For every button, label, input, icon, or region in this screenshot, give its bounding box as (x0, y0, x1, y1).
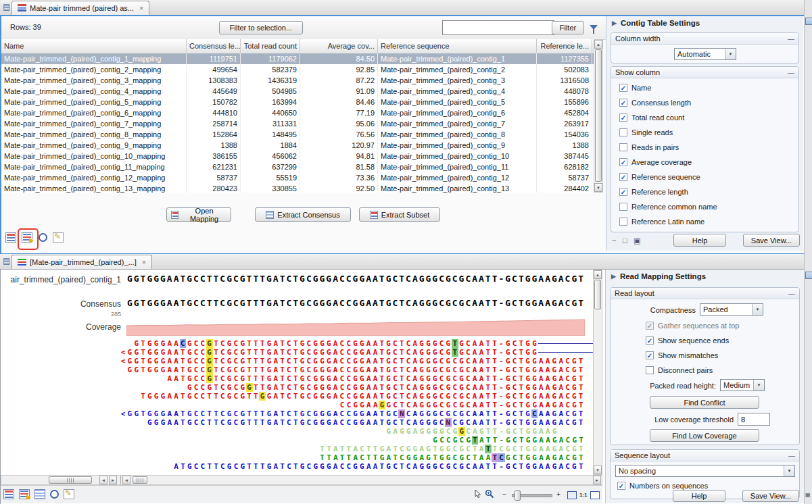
table-row[interactable]: Mate-pair_trimmed_(paired)_contig_12_map… (1, 172, 594, 183)
checkbox-option[interactable]: ✓Consensus length (619, 95, 796, 110)
scroll-up-button[interactable]: ▲ (594, 270, 602, 279)
mapping-vertical-scrollbar[interactable]: ▲ ▼ (593, 270, 602, 475)
table-row[interactable]: Mate-pair_trimmed_(paired)_contig_8_mapp… (1, 129, 594, 140)
read[interactable]: <GGTGGGAATGCCTTCGCGTTTGATCTGCGGGACCGGAAT… (120, 409, 584, 418)
filter-input[interactable] (442, 20, 554, 35)
sequence-scroll-thumb[interactable] (133, 476, 147, 484)
scroll-thumb[interactable] (594, 280, 601, 309)
checkbox-option[interactable]: Reads in pairs (619, 140, 796, 155)
section-arrow-icon[interactable]: ▶ (611, 273, 616, 280)
scroll-down-button[interactable]: ▼ (594, 465, 602, 474)
column-header[interactable]: Reference le... (537, 39, 592, 53)
table-view-icon[interactable] (5, 232, 16, 243)
mapping-horizontal-scrollbar[interactable]: ◄ ► ◄ ► (1, 475, 602, 485)
read[interactable]: TTATTACTTGATCGGAGTGGCGCTAATCGCTGGAAGACGT (319, 453, 585, 462)
scroll-down-button[interactable]: ▼ (594, 183, 602, 192)
save-view-button[interactable]: Save View... (742, 490, 799, 502)
find-conflict-button[interactable]: Find Conflict (650, 396, 759, 409)
compactness-select[interactable]: Packed ▼ (700, 303, 763, 316)
save-view-button[interactable]: Save View... (743, 234, 800, 247)
column-width-select[interactable]: Automatic ▼ (674, 48, 736, 60)
checkbox[interactable] (619, 218, 627, 226)
checkbox[interactable]: ✓ (646, 351, 654, 359)
read[interactable]: TTATTACTTGATCGGAGTGGCGCTATTCGCTGGAAGACGT (319, 445, 585, 453)
close-icon[interactable]: × (139, 4, 143, 12)
help-button[interactable]: Help (673, 490, 725, 502)
read[interactable]: AATGCCGTCGCGTTTGATCTGCGGGACCGGAATGCTCAGG… (166, 374, 584, 383)
checkbox[interactable]: ✓ (617, 482, 625, 490)
pan-view-icon[interactable] (590, 491, 600, 499)
table-view-icon[interactable] (3, 489, 14, 499)
checkbox-option[interactable]: Single reads (619, 125, 796, 140)
find-low-coverage-button[interactable]: Find Low Coverage (650, 429, 759, 442)
filter-to-selection-button[interactable]: Filter to selection... (219, 21, 303, 34)
grid-view-icon[interactable] (34, 489, 45, 499)
checkbox[interactable]: ✓ (619, 188, 627, 196)
read[interactable]: GGTGGGAATGCCGTCGCGTTTGATCTGCGGGACCGGAATG… (126, 366, 584, 374)
chevron-down-icon[interactable]: ▼ (784, 465, 794, 476)
column-width-header[interactable]: Column width — (611, 33, 798, 45)
extract-subset-button[interactable]: Extract Subset (359, 207, 440, 222)
read-layout-header[interactable]: Read layout — (611, 288, 799, 299)
read[interactable]: <GGTGGGAATGCCGTCGCGTTTGATCTGCGGGACCGGAAT… (120, 348, 538, 357)
sequence-layout-header[interactable]: Sequence layout — (611, 450, 799, 461)
open-mapping-button[interactable]: Open Mapping (166, 207, 231, 222)
collapse-icon[interactable]: — (788, 69, 794, 76)
fit-width-icon[interactable] (567, 491, 577, 499)
notes-view-icon[interactable] (64, 489, 74, 499)
checkbox-option[interactable]: ✓Show sequence ends (646, 333, 796, 348)
table-row[interactable]: Mate-pair_trimmed_(paired)_contig_7_mapp… (1, 118, 594, 129)
checkbox-option[interactable]: ✓Total read count (619, 110, 796, 125)
low-coverage-threshold-input[interactable] (738, 413, 770, 426)
label-scroll-thumb[interactable] (49, 476, 92, 484)
table-row[interactable]: Mate-pair_trimmed_(paired)_contig_1_mapp… (1, 53, 594, 64)
notes-view-icon[interactable] (53, 232, 64, 243)
table-row[interactable]: Mate-pair_trimmed_(paired)_contig_5_mapp… (1, 97, 594, 107)
read[interactable]: GCCGCGTATT-GCTGGAAGACGT (432, 436, 585, 445)
column-header[interactable]: Average cov... (300, 39, 378, 53)
chevron-down-icon[interactable]: ▼ (753, 380, 764, 390)
checkbox-option[interactable]: ✓Average coverage (619, 155, 796, 170)
tab-contig-table[interactable]: Mate-pair trimmed (paired) as... × (11, 1, 149, 15)
checkbox[interactable]: ✓ (619, 158, 627, 166)
section-arrow-icon[interactable]: ▶ (612, 20, 617, 26)
selection-tool-icon[interactable] (474, 489, 482, 499)
column-header[interactable]: Reference sequence (378, 39, 537, 53)
table-row[interactable]: Mate-pair_trimmed_(paired)_contig_2_mapp… (1, 64, 594, 75)
table-row[interactable]: Mate-pair_trimmed_(paired)_contig_6_mapp… (1, 107, 594, 118)
scroll-left-button[interactable]: ◄ (122, 476, 130, 484)
scroll-up-button[interactable]: ▲ (594, 40, 602, 49)
collapse-icon[interactable]: — (788, 290, 795, 297)
checkbox[interactable] (619, 143, 627, 151)
read[interactable]: <GGTGGGAATGCCGTCGCGTTTGATCTGCGGGACCGGAAT… (120, 357, 584, 366)
table-vertical-scrollbar[interactable]: ▲ ▼ (594, 39, 603, 193)
checkbox[interactable]: ✓ (619, 99, 627, 107)
table-row[interactable]: Mate-pair_trimmed_(paired)_contig_10_map… (1, 151, 594, 161)
spacing-select[interactable]: No spacing ▼ (615, 465, 795, 477)
zoom-100-icon[interactable]: 1:1 (579, 492, 588, 498)
zoom-tool-icon[interactable] (485, 489, 494, 499)
read[interactable]: ATGCCTTCGCGTTTGATCTGCGGGACCGGAATGCTCAGGG… (173, 462, 584, 471)
checkbox-option[interactable]: ✓Gather sequences at top (646, 318, 796, 333)
table-row[interactable]: Mate-pair_trimmed_(paired)_contig_3_mapp… (1, 75, 594, 86)
read[interactable]: CCGGAAGGCTCAGGGCGCGCAATT-GCTGGAAGACGT (339, 401, 584, 409)
minimize-panel-icon[interactable]: − (612, 236, 616, 245)
table-row[interactable]: Mate-pair_trimmed_(paired)_contig_13_map… (1, 183, 594, 193)
checkbox[interactable] (619, 128, 627, 136)
checkbox[interactable] (646, 366, 654, 374)
tab-list-icon[interactable]: ▤ (3, 257, 10, 266)
collapse-icon[interactable]: — (788, 35, 794, 43)
table-row[interactable]: Mate-pair_trimmed_(paired)_contig_9_mapp… (1, 140, 594, 151)
show-column-header[interactable]: Show column — (611, 67, 798, 78)
zoom-in-icon[interactable]: + (556, 490, 560, 498)
checkbox[interactable] (619, 203, 627, 211)
chevron-down-icon[interactable]: ▼ (725, 49, 736, 59)
report-view-icon[interactable] (50, 490, 59, 499)
filter-button[interactable]: Filter (552, 21, 584, 34)
report-view-icon[interactable] (39, 233, 47, 242)
checkbox[interactable]: ✓ (619, 84, 627, 92)
grid-corner-icon[interactable]: ▦ (805, 492, 811, 498)
checkbox-option[interactable]: ✓Name (619, 80, 796, 95)
tab-list-icon[interactable]: ▤ (3, 3, 10, 11)
collapse-icon[interactable]: — (788, 452, 795, 459)
